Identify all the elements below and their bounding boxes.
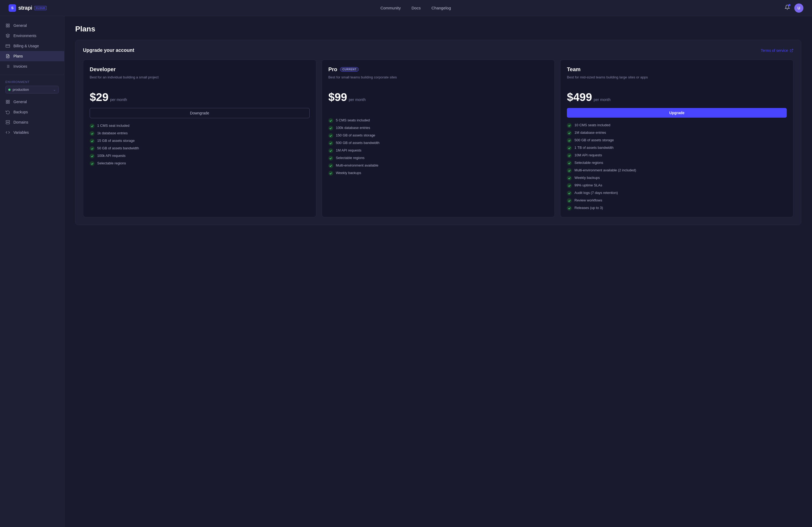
feature-label: 10M API requests: [574, 153, 602, 157]
grid-icon-2: [5, 99, 10, 104]
sidebar-item-env-general[interactable]: General: [0, 97, 64, 107]
sidebar-item-plans[interactable]: Plans: [0, 51, 64, 61]
avatar[interactable]: U: [794, 3, 803, 13]
sidebar-item-domains[interactable]: Domains: [0, 117, 64, 127]
plan-desc-developer: Best for an individual building a small …: [90, 75, 309, 85]
server-icon: [5, 120, 10, 125]
feature-label: 500 GB of assets bandwidth: [336, 141, 380, 145]
logo: S strapi CLOUD: [9, 4, 47, 12]
list-item: 100k database entries: [329, 126, 548, 130]
check-icon: [567, 161, 572, 166]
env-status-dot: [8, 89, 11, 91]
grid-icon: [5, 23, 10, 28]
terms-of-service-link[interactable]: Terms of service: [761, 48, 794, 53]
credit-card-icon: [5, 43, 10, 48]
list-item: 15 GB of assets storage: [90, 139, 309, 143]
svg-rect-16: [8, 100, 10, 101]
list-item: Review workflows: [567, 198, 787, 203]
list-item: 1 CMS seat included: [90, 124, 309, 128]
notification-icon[interactable]: [785, 4, 790, 11]
feature-label: Review workflows: [574, 198, 602, 202]
feature-label: Multi-environment available: [336, 163, 378, 167]
sidebar-divider: [0, 75, 64, 75]
plan-name-developer: Developer: [90, 66, 116, 72]
sidebar-item-variables[interactable]: Variables: [0, 127, 64, 138]
chevron-icon: ⌄: [53, 88, 56, 91]
check-icon: [329, 118, 333, 123]
check-icon: [567, 198, 572, 203]
team-feature-list: 10 CMS seats included 1M database entrie…: [567, 123, 787, 211]
check-icon: [567, 130, 572, 136]
plan-price-team: $499: [567, 91, 592, 104]
sidebar-item-invoices-label: Invoices: [13, 64, 27, 69]
list-item: 150 GB of assets storage: [329, 133, 548, 138]
plan-period-developer: per month: [110, 98, 127, 102]
downgrade-button[interactable]: Downgrade: [90, 108, 309, 118]
plan-price-developer: $29: [90, 91, 108, 104]
nav-community[interactable]: Community: [380, 6, 401, 10]
list-item: 10M API requests: [567, 153, 787, 158]
list-item: 99% uptime SLAs: [567, 183, 787, 188]
check-icon: [329, 141, 333, 146]
check-icon: [329, 171, 333, 176]
svg-rect-18: [6, 102, 8, 103]
check-icon: [329, 148, 333, 153]
plan-desc-team: Best for mid-sized teams building large …: [567, 75, 787, 85]
topbar-right: U: [785, 3, 803, 13]
feature-label: 1 TB of assets bandwidth: [574, 146, 613, 149]
check-icon: [90, 146, 95, 151]
sidebar-item-general[interactable]: General: [0, 20, 64, 31]
check-icon: [329, 133, 333, 138]
svg-rect-15: [6, 100, 8, 101]
env-selector[interactable]: production ⌄: [5, 86, 59, 94]
plan-card-developer: Developer Best for an individual buildin…: [83, 60, 316, 217]
plans-header-title: Upgrade your account: [83, 47, 134, 53]
feature-label: 50 GB of assets bandwidth: [97, 146, 139, 150]
feature-label: 1k database entries: [97, 131, 128, 135]
feature-label: Selectable regions: [336, 156, 365, 160]
check-icon: [567, 146, 572, 151]
check-icon: [567, 138, 572, 143]
feature-label: 1M database entries: [574, 130, 606, 134]
list-item: 500 GB of assets bandwidth: [329, 141, 548, 146]
nav-docs[interactable]: Docs: [412, 6, 421, 10]
list-item: Audit logs (7 days retention): [567, 191, 787, 196]
sidebar-item-env-general-label: General: [13, 100, 27, 104]
upgrade-button[interactable]: Upgrade: [567, 108, 787, 118]
list-icon: [5, 64, 10, 69]
feature-label: Multi-environment available (2 included): [574, 168, 636, 172]
nav-changelog[interactable]: Changelog: [432, 6, 451, 10]
feature-label: 100k API requests: [97, 154, 126, 158]
sidebar-item-billing[interactable]: Billing & Usage: [0, 41, 64, 51]
cloud-badge: CLOUD: [34, 6, 47, 10]
list-item: 1k database entries: [90, 131, 309, 136]
check-icon: [90, 139, 95, 143]
plan-price-row-pro: $99 per month: [329, 91, 548, 104]
pro-feature-list: 5 CMS seats included 100k database entri…: [329, 118, 548, 176]
sidebar-item-environments[interactable]: Environments: [0, 31, 64, 41]
layers-icon: [5, 33, 10, 38]
plan-period-pro: per month: [349, 98, 366, 102]
check-icon: [567, 183, 572, 188]
check-icon: [567, 123, 572, 128]
plan-price-row-developer: $29 per month: [90, 91, 309, 104]
list-item: Multi-environment available: [329, 163, 548, 168]
main-content: Plans Upgrade your account Terms of serv…: [64, 16, 812, 527]
svg-rect-1: [8, 24, 10, 25]
plan-name-team: Team: [567, 66, 581, 72]
sidebar-item-backups[interactable]: Backups: [0, 107, 64, 117]
feature-label: 1M API requests: [336, 148, 361, 152]
feature-label: Selectable regions: [574, 161, 603, 165]
feature-label: Audit logs (7 days retention): [574, 191, 618, 195]
sidebar-item-variables-label: Variables: [13, 130, 29, 134]
plans-header: Upgrade your account Terms of service: [83, 47, 794, 53]
plan-card-team: Team Best for mid-sized teams building l…: [560, 60, 794, 217]
check-icon: [90, 161, 95, 166]
svg-rect-0: [6, 24, 8, 25]
list-item: Releases (up to 3): [567, 206, 787, 211]
plans-card: Upgrade your account Terms of service De…: [75, 40, 801, 225]
list-item: Selectable regions: [90, 161, 309, 166]
sidebar-item-invoices[interactable]: Invoices: [0, 61, 64, 71]
external-link-icon: [790, 48, 794, 52]
list-item: 100k API requests: [90, 154, 309, 158]
